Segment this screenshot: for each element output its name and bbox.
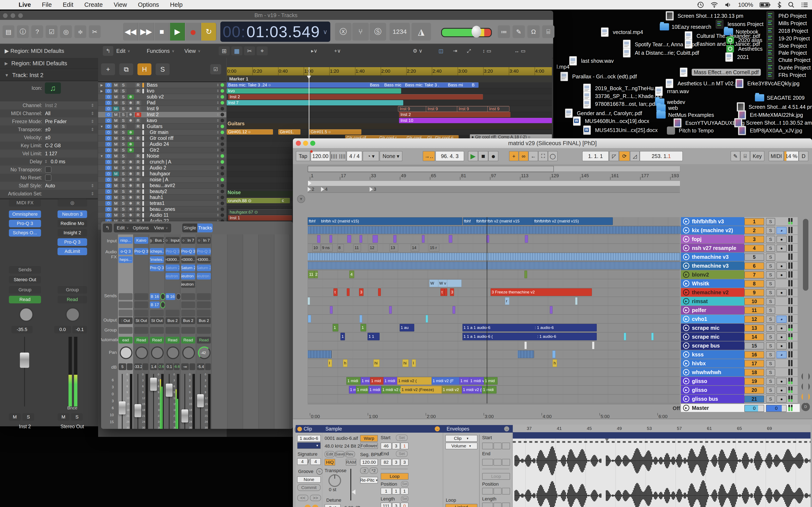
solo-button[interactable]: S (120, 177, 126, 182)
live-track-header[interactable]: ▶whwhwhwh18S (681, 368, 798, 377)
mute-button[interactable]: M (113, 213, 119, 218)
logic-clip[interactable]: kvo (227, 88, 401, 94)
set-pill[interactable]: Set (396, 451, 408, 457)
freeze-icon[interactable]: ❄ (128, 189, 134, 194)
track-row[interactable]: ⏻MS❄subb v2⇕ (98, 94, 226, 100)
live-track-header[interactable]: ▶kix (machine v2)2S◕ (681, 226, 798, 235)
length-field[interactable]: 0 (401, 503, 409, 507)
freeze-icon[interactable]: ❄ (128, 101, 134, 105)
live-clip[interactable]: 4 (349, 271, 354, 278)
unfold-track-icon[interactable]: ▶ (683, 245, 689, 251)
nudge-forward-button[interactable]: >> (310, 495, 321, 501)
solo-button[interactable]: S (766, 316, 775, 323)
logic-clip[interactable]: Inst 7 (227, 100, 403, 105)
sends-slot[interactable]: Sends (9, 266, 41, 274)
mixer-slot[interactable]: B 17 (150, 301, 160, 308)
logic-clip[interactable]: Bass (368, 82, 384, 88)
mute-button[interactable]: M (113, 160, 119, 164)
quick-help-icon[interactable]: ? (31, 25, 43, 38)
live-clip[interactable]: bhfbh v2 (matrid v15) (320, 217, 462, 225)
live-clip[interactable] (426, 315, 428, 323)
unfold-track-icon[interactable]: ▶ (683, 289, 689, 295)
track-name[interactable]: Inst 2 (147, 112, 215, 117)
rewind-button[interactable]: ◀◀ (123, 23, 138, 41)
stepper-icon[interactable]: ⇕ (91, 127, 94, 132)
live-clip[interactable] (308, 226, 680, 234)
pan-knob[interactable] (151, 346, 164, 359)
record-button[interactable]: R (135, 107, 141, 111)
live-clip[interactable] (550, 306, 553, 314)
master-pan-box[interactable]: 0 (744, 405, 764, 412)
track-power-icon[interactable]: ⏻ (105, 201, 112, 206)
freeze-icon[interactable]: ❄ (128, 142, 134, 147)
solo-button[interactable]: S (120, 101, 126, 105)
stepper-icon[interactable]: ⇕ (91, 191, 94, 196)
live-clip[interactable]: 1 1 a 1 audio-6 (: 1 audio-6 (462, 333, 597, 340)
mixer-slot[interactable]: -∞ (181, 363, 189, 370)
mixer-slot[interactable]: Timeles... (150, 256, 164, 263)
solo-button[interactable]: S (766, 280, 775, 287)
track-power-icon[interactable]: ⏻ (105, 107, 112, 111)
live-clip[interactable] (330, 306, 333, 314)
field[interactable] (482, 443, 493, 449)
mute-button[interactable]: M (113, 177, 119, 182)
pointer-tool-icon[interactable]: ▸∨ (305, 47, 323, 55)
live-track-name[interactable]: whwhwhwh (692, 369, 721, 376)
freeze-icon[interactable]: ◕ (776, 316, 786, 323)
arrange-back-icon[interactable]: ↰ (103, 46, 113, 56)
track-row[interactable]: ⏻MS❄Rtetras1⇕ (98, 201, 226, 207)
freeze-icon[interactable]: ❄ (128, 166, 134, 170)
live-track-name[interactable]: themachine v3 (692, 254, 729, 260)
live-clip[interactable] (592, 342, 595, 349)
record-button[interactable]: R (135, 207, 141, 212)
logic-clip[interactable]: Gtr#01.5 ○ (309, 129, 361, 134)
mixer-slot[interactable]: Pro-Q 3 (181, 248, 195, 255)
menu-view[interactable]: View (108, 1, 133, 8)
fader-handle[interactable] (166, 384, 172, 397)
solo-button[interactable]: S (766, 289, 775, 296)
live-clip[interactable]: l (412, 359, 416, 367)
track-power-icon[interactable]: ⏻ (105, 189, 112, 194)
mixer-slot[interactable] (119, 293, 133, 300)
freeze-icon[interactable]: ❄ (128, 172, 134, 176)
live-clip[interactable]: 10 (312, 244, 320, 251)
track-row[interactable]: ⏻MS❄Rnoise | A⇕ (98, 177, 226, 183)
mixer-slot[interactable]: Saturn 2 (165, 265, 180, 271)
track-power-icon[interactable]: ⏻ (105, 136, 112, 141)
pan-knob[interactable] (135, 346, 148, 359)
track-number-box[interactable]: 12 (744, 316, 764, 323)
locator-flag[interactable]: 3 (370, 186, 376, 192)
mixer-slot[interactable] (134, 327, 148, 334)
mixer-slot[interactable]: ◎Bus 2 (150, 237, 164, 244)
solo-button[interactable]: S (120, 118, 126, 123)
live-clip[interactable]: 1 1 a 1 audio-6: 1 audio-6 (462, 324, 597, 331)
record-button[interactable]: R (135, 213, 141, 218)
record-button[interactable]: R (135, 89, 141, 93)
unfold-track-icon[interactable]: ▶ (683, 227, 689, 233)
arm-button[interactable]: ● (776, 245, 786, 252)
gain-slider-track[interactable] (350, 469, 351, 500)
live-clip[interactable]: 1 au (400, 324, 414, 331)
track-name[interactable]: Noise (147, 153, 215, 159)
envelope-param-dropdown[interactable]: Volume▼ (445, 443, 477, 449)
loop-length-field[interactable]: 253. 1. 1 (640, 151, 683, 161)
seg-bpm-field[interactable]: 120.00 (360, 459, 378, 466)
mixer-slot[interactable]: Read (197, 337, 211, 343)
input-monitor-button[interactable] (142, 142, 144, 147)
solo-button[interactable]: S (120, 172, 126, 176)
arrange-menu-edit[interactable]: Edit ∨ (116, 46, 130, 56)
send-knob[interactable] (160, 293, 165, 300)
live-clip[interactable]: 1 midi v2 (F (432, 377, 460, 385)
freeze-icon[interactable]: ◕ (776, 351, 786, 358)
menu-create[interactable]: Create (79, 1, 108, 8)
field[interactable] (494, 488, 502, 495)
follower-button[interactable]: Follower (360, 443, 378, 449)
mute-button[interactable]: M (113, 172, 119, 176)
param-value[interactable]: ±0 (45, 135, 50, 140)
start-field[interactable]: 46 (380, 443, 392, 449)
master-off-label[interactable]: Off (673, 405, 680, 411)
library-icon[interactable]: ▤ (3, 25, 14, 38)
fader-track[interactable] (24, 337, 25, 406)
mixer-slot[interactable]: Bus 2 (181, 317, 195, 324)
live-clip[interactable]: r (505, 297, 509, 305)
